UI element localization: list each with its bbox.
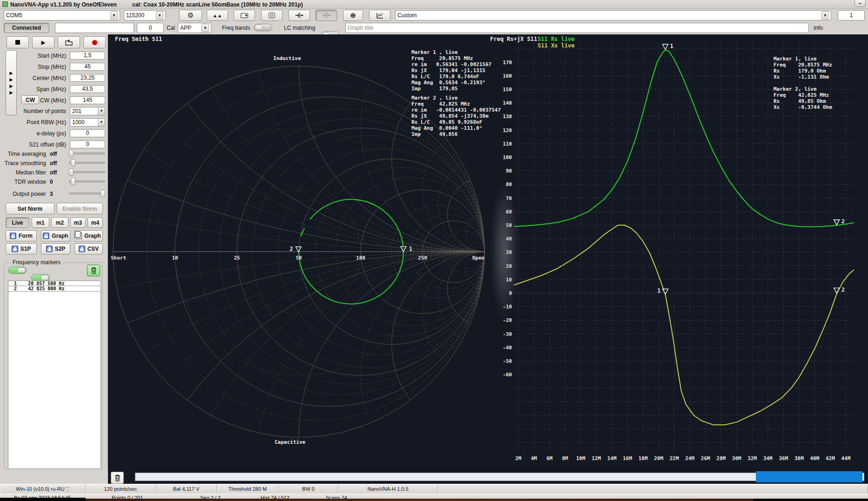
cw-button[interactable]: CW bbox=[21, 95, 39, 104]
clear-trace-button[interactable] bbox=[111, 472, 124, 484]
connected-button[interactable]: Connected bbox=[4, 23, 49, 33]
svg-text:10: 10 bbox=[172, 255, 178, 261]
chevron-down-icon[interactable]: ▼ bbox=[156, 11, 163, 20]
save-s2p-button[interactable]: S2P bbox=[41, 243, 70, 254]
center-label: Center (MHz) bbox=[33, 75, 66, 81]
record-button[interactable] bbox=[83, 36, 106, 48]
s21offset-field[interactable]: 0 bbox=[70, 140, 105, 148]
smith-marker-1[interactable] bbox=[401, 247, 406, 252]
delete-markers-button[interactable] bbox=[87, 265, 100, 276]
slider-thumb[interactable] bbox=[71, 178, 75, 185]
folder-icon bbox=[65, 40, 73, 46]
edelay-field[interactable]: 0 bbox=[70, 129, 105, 137]
points-value: 201 bbox=[72, 108, 81, 114]
graph-marker-1[interactable] bbox=[663, 44, 668, 49]
network-button[interactable]: ⊕ bbox=[343, 10, 363, 21]
marker1-enable-toggle[interactable] bbox=[8, 267, 27, 274]
usb-connect-button[interactable] bbox=[289, 10, 310, 21]
cal-mode-select[interactable]: APP ▼ bbox=[178, 23, 211, 33]
mem-m2-button[interactable]: m2 bbox=[51, 217, 68, 228]
slider-thumb[interactable] bbox=[71, 159, 75, 167]
save-csv-button[interactable]: CSV bbox=[74, 243, 103, 254]
points-select[interactable]: 201▼ bbox=[70, 107, 105, 115]
chevron-down-icon[interactable]: ▼ bbox=[202, 24, 209, 32]
enable-norm-button[interactable]: Enable Norm bbox=[57, 203, 103, 214]
settings-button[interactable]: ⚙ bbox=[179, 10, 202, 21]
mem-m3-button[interactable]: m3 bbox=[70, 217, 86, 228]
chevron-down-icon[interactable]: ▼ bbox=[821, 11, 829, 20]
start-field[interactable]: 1,5 bbox=[70, 52, 105, 60]
tdr-window-slider[interactable] bbox=[69, 178, 105, 185]
count-field[interactable]: 1 bbox=[838, 10, 865, 20]
copy-graph-button[interactable]: Graph bbox=[74, 230, 103, 241]
status-cell: Bat 4,117 V bbox=[156, 484, 217, 494]
nanovna-app-window: NanoVNA-App v1.1.205 by OneOfEleven cal:… bbox=[0, 0, 868, 501]
status-bar: Win-10 (v10.0) ru-RU ','120 points/secBa… bbox=[0, 484, 868, 494]
svg-text:14M: 14M bbox=[607, 455, 617, 461]
scan-up-button[interactable]: ▲▲ bbox=[207, 10, 228, 21]
stop-button[interactable] bbox=[7, 36, 29, 48]
graph-marker-2[interactable] bbox=[834, 220, 840, 225]
play-button[interactable]: ▶ bbox=[32, 36, 54, 48]
save-graph-button[interactable]: Graph bbox=[41, 230, 70, 241]
trace-smoothing-slider[interactable] bbox=[69, 159, 105, 167]
readout-line: Freq 42,825 MHz bbox=[774, 92, 832, 98]
cw-field[interactable]: 145 bbox=[70, 96, 105, 104]
marker-list-item[interactable]: 2 42 825 000 Hz bbox=[8, 286, 101, 291]
chevron-down-icon[interactable]: ▼ bbox=[98, 119, 105, 126]
offset-field[interactable]: 0 bbox=[137, 23, 164, 33]
mem-m4-button[interactable]: m4 bbox=[87, 217, 103, 228]
toggle-knob bbox=[255, 25, 263, 30]
svg-text:10M: 10M bbox=[576, 455, 585, 461]
screenshot-button[interactable] bbox=[234, 10, 255, 21]
preset-select[interactable]: Custom ▼ bbox=[395, 10, 831, 20]
frequency-marker-list[interactable]: 1 20 857 500 Hz 2 42 825 000 Hz bbox=[8, 281, 101, 469]
chevron-down-icon[interactable]: ▼ bbox=[98, 107, 105, 115]
slider-thumb[interactable] bbox=[69, 168, 74, 176]
desktop-black-left bbox=[0, 498, 86, 501]
com-port-select[interactable]: COM5 ▼ bbox=[4, 10, 120, 20]
graph-title-input[interactable]: Graph title bbox=[345, 23, 809, 33]
time-averaging-label: Time averaging bbox=[8, 151, 46, 157]
svg-text:28M: 28M bbox=[716, 455, 726, 461]
svg-text:50: 50 bbox=[296, 255, 302, 261]
smith-inductive-label: Inductive bbox=[273, 55, 301, 61]
median-filter-slider[interactable] bbox=[69, 168, 105, 176]
set-norm-button[interactable]: Set Norm bbox=[6, 203, 54, 214]
slider-thumb[interactable] bbox=[69, 150, 74, 157]
save-form-button[interactable]: Form bbox=[6, 230, 37, 241]
svg-text:Open: Open bbox=[472, 255, 485, 261]
stop-field[interactable]: 45 bbox=[70, 63, 105, 71]
marker-list-item[interactable]: 1 20 857 500 Hz bbox=[8, 281, 101, 286]
span-field[interactable]: 43,5 bbox=[70, 85, 105, 93]
slider-thumb[interactable] bbox=[101, 190, 105, 197]
save-s1p-button[interactable]: S1P bbox=[6, 243, 37, 254]
address-input[interactable] bbox=[55, 23, 134, 33]
readout-line: Imp 49,856 bbox=[411, 131, 501, 137]
minimize-button[interactable]: – bbox=[855, 0, 866, 7]
save-form-label: Form bbox=[19, 233, 33, 239]
usb-disconnect-button[interactable] bbox=[316, 10, 337, 21]
chart-mode-button[interactable] bbox=[369, 10, 390, 21]
open-folder-button[interactable] bbox=[58, 36, 80, 48]
center-field[interactable]: 23,25 bbox=[70, 74, 105, 82]
graph-marker-1[interactable] bbox=[663, 289, 668, 294]
time-averaging-slider[interactable] bbox=[69, 150, 105, 157]
save-graph-label: Graph bbox=[52, 233, 68, 239]
play-icon: ▶ bbox=[41, 40, 45, 46]
rbw-select[interactable]: 1000▼ bbox=[70, 118, 105, 127]
freq-bands-toggle[interactable] bbox=[254, 24, 272, 31]
svg-text:Short: Short bbox=[111, 255, 126, 261]
mem-m1-button[interactable]: m1 bbox=[32, 217, 49, 228]
expand-rail-button[interactable]: ▶ ▶ ▶ ▶ bbox=[6, 50, 17, 115]
output-power-slider[interactable] bbox=[69, 190, 105, 197]
floppy-icon bbox=[43, 233, 49, 239]
mem-live-button[interactable]: Live bbox=[6, 217, 29, 228]
chevron-down-icon[interactable]: ▼ bbox=[110, 11, 118, 20]
baud-rate-select[interactable]: 115200 ▼ bbox=[124, 10, 166, 20]
camera-button[interactable] bbox=[261, 10, 283, 21]
time-averaging-value: off bbox=[50, 151, 57, 157]
readout-line: Xs -1,131 Ohm bbox=[774, 74, 832, 80]
smith-marker-2[interactable] bbox=[296, 247, 301, 252]
title-bar[interactable]: NanoVNA-App v1.1.205 by OneOfEleven cal:… bbox=[0, 0, 868, 9]
